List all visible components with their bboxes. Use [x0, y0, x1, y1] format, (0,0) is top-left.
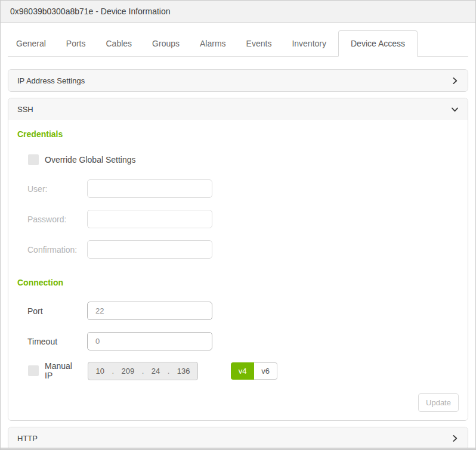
user-field-row: User:: [27, 179, 459, 198]
ssh-header[interactable]: SSH: [8, 98, 468, 120]
confirmation-field-row: Confirmation:: [27, 240, 459, 259]
ip-version-v6-button[interactable]: v6: [254, 362, 277, 380]
port-field-row: Port: [27, 302, 459, 320]
ip-octet-1: 10: [95, 367, 104, 375]
confirmation-input[interactable]: [87, 240, 212, 259]
confirmation-label: Confirmation:: [27, 245, 87, 255]
tab-events[interactable]: Events: [238, 31, 280, 56]
ssh-title: SSH: [17, 105, 33, 114]
chevron-right-icon: [451, 77, 459, 85]
device-information-window: 0x98039b0300a8b71e - Device Information …: [0, 0, 476, 450]
panel-ssh: SSH Credentials Override Global Settings…: [8, 98, 468, 421]
ip-version-toggle: v4 v6: [231, 362, 277, 380]
port-input[interactable]: [87, 302, 212, 320]
tab-ports[interactable]: Ports: [58, 31, 94, 56]
http-title: HTTP: [17, 434, 38, 443]
ip-octet-2: 209: [122, 367, 135, 375]
override-global-settings-checkbox[interactable]: [28, 154, 39, 165]
tab-inventory[interactable]: Inventory: [283, 31, 335, 56]
manual-ip-row: Manual IP 10 . 209 . 24 . 136 v4 v6: [28, 361, 459, 380]
timeout-label: Timeout: [27, 337, 87, 346]
update-button[interactable]: Update: [418, 393, 459, 412]
port-label: Port: [27, 306, 87, 316]
manual-ip-input[interactable]: 10 . 209 . 24 . 136: [88, 362, 198, 380]
tab-cables[interactable]: Cables: [98, 31, 141, 56]
override-global-settings-label: Override Global Settings: [45, 155, 136, 165]
tab-device-access[interactable]: Device Access: [338, 30, 418, 57]
panel-http: HTTP: [8, 427, 468, 449]
ip-address-settings-title: IP Address Settings: [17, 76, 85, 85]
chevron-down-icon: [451, 105, 459, 113]
panel-ip-address-settings: IP Address Settings: [8, 69, 468, 92]
timeout-input[interactable]: [87, 332, 212, 350]
ip-separator: .: [168, 367, 170, 375]
window-bottom-edge: [1, 448, 475, 449]
connection-heading: Connection: [17, 278, 459, 287]
tab-general[interactable]: General: [8, 31, 54, 56]
ssh-body: Credentials Override Global Settings Use…: [8, 120, 468, 420]
update-row: Update: [17, 393, 459, 412]
credentials-heading: Credentials: [17, 129, 459, 139]
tab-alarms[interactable]: Alarms: [191, 31, 234, 56]
chevron-right-icon: [451, 435, 459, 442]
password-input[interactable]: [87, 210, 212, 228]
ip-separator: .: [142, 367, 144, 375]
password-label: Password:: [27, 215, 87, 224]
user-label: User:: [27, 184, 87, 194]
http-header[interactable]: HTTP: [8, 427, 468, 449]
ip-version-v4-button[interactable]: v4: [231, 362, 254, 380]
password-field-row: Password:: [27, 210, 459, 228]
window-title: 0x98039b0300a8b71e - Device Information: [10, 7, 171, 16]
tab-bar: General Ports Cables Groups Alarms Event…: [8, 23, 468, 57]
ip-address-settings-header[interactable]: IP Address Settings: [8, 70, 468, 91]
device-access-content: IP Address Settings SSH Credentials Over…: [1, 57, 475, 449]
manual-ip-checkbox[interactable]: [28, 365, 39, 376]
timeout-field-row: Timeout: [27, 332, 459, 350]
tab-groups[interactable]: Groups: [144, 31, 188, 56]
manual-ip-label: Manual IP: [45, 361, 82, 380]
ip-separator: .: [112, 367, 114, 375]
ip-octet-4: 136: [177, 367, 190, 375]
override-global-settings-row: Override Global Settings: [28, 154, 459, 165]
ip-octet-3: 24: [152, 367, 160, 375]
user-input[interactable]: [87, 179, 212, 198]
window-titlebar: 0x98039b0300a8b71e - Device Information: [1, 1, 475, 23]
